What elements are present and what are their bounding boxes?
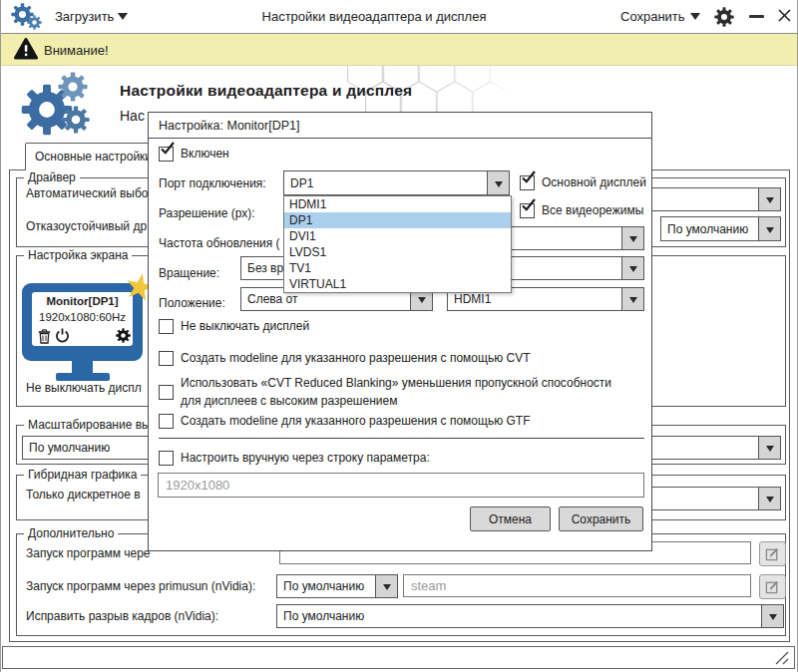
header-logo-gear-bottom-icon [62, 106, 90, 134]
dropdown-arrow-icon[interactable] [758, 437, 780, 459]
dropdown-item[interactable]: DVI1 [284, 228, 511, 244]
monitor-screen: Monitor[DP1] 1920x1080:60Hz [32, 292, 133, 346]
warning-banner: Внимание! [0, 34, 798, 66]
load-chevron-down-icon[interactable] [118, 13, 128, 25]
dialog-title: Настройка: Monitor[DP1] [159, 119, 299, 133]
monitor-settings-dialog: Настройка: Monitor[DP1] Включен Порт под… [148, 112, 652, 551]
monitor-name: Monitor[DP1] [32, 295, 133, 307]
hybrid-label: Только дискретное в [26, 488, 141, 502]
group-screen-legend: Настройка экрана [24, 248, 132, 262]
edit-pencil-icon [765, 579, 780, 594]
save-chevron-down-icon[interactable] [690, 13, 700, 25]
resize-grip-icon[interactable] [773, 650, 791, 666]
no-off-checkbox[interactable]: Не выключать дисплей [159, 319, 309, 334]
dropdown-arrow-icon[interactable] [621, 227, 643, 249]
status-bar [2, 646, 795, 669]
dropdown-arrow-icon[interactable] [621, 257, 643, 279]
advanced-run-label: Запуск программ чере [26, 546, 151, 560]
dropdown-arrow-icon[interactable] [758, 488, 780, 509]
manual-input[interactable] [158, 473, 644, 498]
settings-gear-icon[interactable] [714, 7, 734, 27]
dropdown-arrow-icon[interactable] [621, 288, 643, 310]
manual-checkbox[interactable]: Настроить вручную через строку параметра… [159, 451, 430, 466]
minimize-button[interactable] [749, 15, 764, 18]
rotation-label: Вращение: [159, 266, 219, 280]
dropdown-arrow-icon[interactable] [487, 171, 509, 194]
enabled-checkbox[interactable]: Включен [159, 147, 229, 162]
dropdown-arrow-icon[interactable] [761, 605, 783, 627]
group-driver-legend: Драйвер [24, 170, 80, 184]
dropdown-item[interactable]: VIRTUAL1 [284, 276, 511, 292]
driver-failsafe-combobox[interactable]: По умолчанию [660, 216, 781, 241]
cvt-checkbox[interactable]: Создать modeline для указанного разрешен… [159, 351, 531, 366]
dropdown-item[interactable]: LVDS1 [284, 244, 511, 260]
cancel-button[interactable]: Отмена [470, 506, 551, 531]
dropdown-item[interactable]: HDMI1 [284, 196, 511, 212]
load-button[interactable]: Загрузить [55, 9, 114, 24]
position-label: Положение: [159, 296, 225, 310]
edit-pencil-icon [765, 546, 780, 561]
title-bar: Загрузить Настройки видеоадаптера и дисп… [0, 0, 798, 34]
driver-auto-label: Автоматический выбо [26, 186, 148, 200]
power-icon[interactable] [55, 328, 70, 343]
window-border-left [0, 0, 1, 672]
header-logo-gear-top-icon [58, 72, 88, 102]
advanced-primus-input[interactable] [403, 574, 751, 597]
dropdown-arrow-icon[interactable] [758, 217, 780, 240]
monitor-stand [72, 361, 93, 373]
header-title: Настройки видеоадаптера и дисплея [120, 82, 412, 100]
port-combobox[interactable]: DP1 [283, 170, 510, 195]
advanced-run-edit-button[interactable] [759, 541, 786, 566]
advanced-tear-label: Исправить разрыв кадров (nVidia): [26, 609, 218, 623]
application-window: Загрузить Настройки видеоадаптера и дисп… [0, 0, 798, 672]
warning-icon [14, 38, 38, 60]
advanced-tear-combobox[interactable]: По умолчанию [276, 604, 784, 628]
cvt-rb-checkbox[interactable]: Использовать «CVT Reduced Blanking» умен… [159, 374, 634, 410]
monitor-stand-base [56, 373, 110, 381]
dropdown-item[interactable]: TV1 [284, 260, 511, 276]
dropdown-item-selected[interactable]: DP1 [284, 212, 511, 228]
gtf-checkbox[interactable]: Создать modeline для указанного разрешен… [159, 414, 531, 429]
monitor-gear-icon[interactable] [116, 328, 131, 343]
window-title: Настройки видеоадаптера и дисплея [180, 9, 569, 24]
group-advanced-legend: Дополнительно [24, 526, 118, 540]
app-logo-gear-small-icon [27, 15, 42, 30]
save-button[interactable]: Сохранить [620, 9, 685, 24]
driver-failsafe-label: Отказоустойчивый др [26, 219, 147, 233]
primary-display-checkbox[interactable]: Основной дисплей [520, 175, 646, 190]
dialog-save-button[interactable]: Сохранить [559, 506, 643, 531]
group-hybrid-legend: Гибридная графика [24, 468, 141, 482]
all-modes-checkbox[interactable]: Все видеорежимы [520, 203, 643, 218]
port-dropdown-list: HDMI1 DP1 DVI1 LVDS1 TV1 VIRTUAL1 [283, 195, 512, 293]
advanced-primus-combobox[interactable]: По умолчанию [276, 574, 398, 598]
trash-icon[interactable] [38, 329, 51, 344]
warning-text: Внимание! [44, 43, 109, 58]
dropdown-arrow-icon[interactable] [758, 188, 780, 210]
group-scaling-legend: Масштабирование вы [24, 418, 155, 432]
advanced-primus-edit-button[interactable] [759, 574, 786, 599]
monitor-mode: 1920x1080:60Hz [32, 311, 133, 323]
dropdown-arrow-icon[interactable] [375, 575, 397, 597]
refresh-label: Частота обновления ( [159, 236, 280, 250]
resolution-label: Разрешение (px): [159, 206, 255, 220]
header-subtitle: Нас [120, 108, 145, 124]
port-label: Порт подключения: [159, 176, 266, 190]
screen-note: Не выключать диспл [26, 381, 142, 395]
advanced-primus-label: Запуск программ через primusun (nVidia): [26, 579, 255, 593]
close-button[interactable] [777, 8, 792, 23]
